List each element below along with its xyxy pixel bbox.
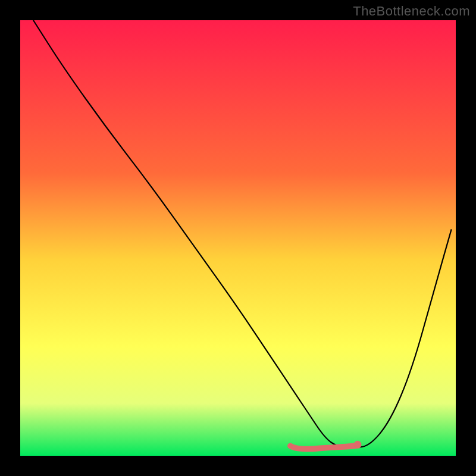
optimal-zone-highlight	[290, 446, 355, 449]
optimal-zone-end-dot	[353, 441, 361, 449]
bottleneck-chart	[0, 0, 476, 476]
plot-area	[20, 20, 456, 456]
plot-background	[20, 20, 456, 456]
watermark-text: TheBottleneck.com	[353, 4, 470, 19]
chart-container: TheBottleneck.com	[0, 0, 476, 476]
